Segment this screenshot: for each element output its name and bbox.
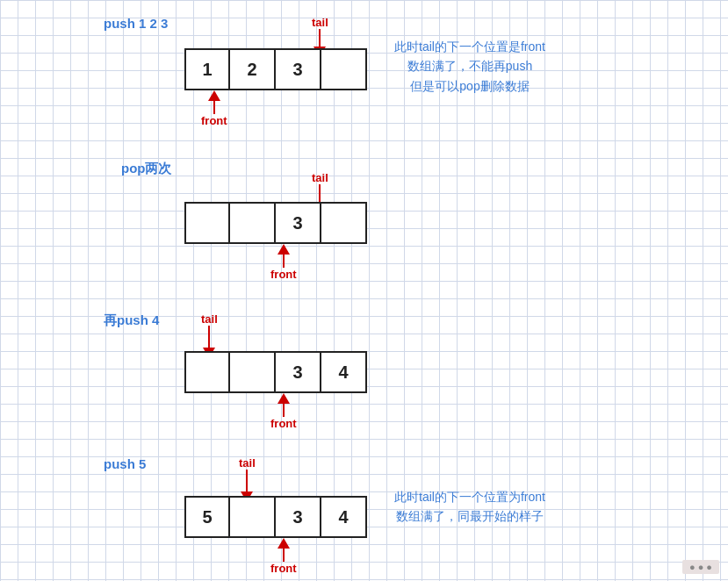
section1-cell-3	[321, 48, 367, 90]
section2-front-text: front	[270, 268, 297, 281]
section4-cell-0: 5	[184, 496, 230, 538]
section4-front-line	[283, 549, 285, 562]
section1-cell-0: 1	[184, 48, 230, 90]
section2-front-arrowhead	[278, 244, 290, 255]
section1-front-arrowhead	[208, 90, 220, 101]
section2-tail-line	[319, 184, 321, 202]
section3-front-text: front	[270, 417, 297, 430]
section3-front-arrowhead	[278, 393, 290, 404]
section4-front-arrow: front	[270, 538, 297, 575]
section2-tail-text: tail	[312, 171, 328, 184]
section2-cell-0	[184, 202, 230, 244]
section1-front-line	[213, 101, 215, 114]
section1-annotation: 此时tail的下一个位置是front数组满了，不能再push但是可以pop删除数…	[373, 37, 566, 96]
section3-cell-2: 3	[276, 351, 321, 393]
section4-tail-line	[246, 470, 248, 491]
section1-front-text: front	[201, 114, 227, 127]
section4-array: 5 3 4	[184, 496, 367, 538]
section2-cell-1	[230, 202, 276, 244]
section4-tail-text: tail	[239, 456, 256, 470]
section4-front-arrowhead	[278, 538, 290, 549]
section4-annotation: 此时tail的下一个位置为front数组满了，同最开始的样子	[373, 487, 566, 527]
section1-tail-line	[319, 29, 321, 47]
section2-cell-2: 3	[276, 202, 321, 244]
section3-tail-text: tail	[201, 312, 218, 326]
section4-cell-2: 3	[276, 496, 321, 538]
section3-cell-1	[230, 351, 276, 393]
section4-front-text: front	[270, 562, 297, 575]
section2-array: 3	[184, 202, 367, 244]
section2-front-arrow: front	[270, 244, 297, 281]
section3-array: 3 4	[184, 351, 367, 393]
section1-array: 1 2 3	[184, 48, 367, 90]
section1-tail-text: tail	[312, 16, 328, 29]
section4-cell-3: 4	[321, 496, 367, 538]
section1-cell-2: 3	[276, 48, 321, 90]
section3-label: 再push 4	[104, 312, 159, 329]
section3-front-arrow: front	[270, 393, 297, 430]
section3-front-line	[283, 404, 285, 417]
section3-cell-0	[184, 351, 230, 393]
section4-cell-1	[230, 496, 276, 538]
section4-label: push 5	[104, 456, 146, 471]
section1-cell-1: 2	[230, 48, 276, 90]
section3-cell-3: 4	[321, 351, 367, 393]
section1-front-arrow: front	[201, 90, 227, 127]
watermark: ● ● ●	[682, 560, 719, 574]
section3-tail-line	[208, 326, 210, 348]
section2-front-line	[283, 255, 285, 268]
section1-label: push 1 2 3	[104, 16, 168, 31]
section2-cell-3	[321, 202, 367, 244]
section2-label: pop两次	[121, 161, 172, 177]
main-content: push 1 2 3 tail 1 2 3 front 此时tail的下一个位置…	[0, 0, 728, 581]
